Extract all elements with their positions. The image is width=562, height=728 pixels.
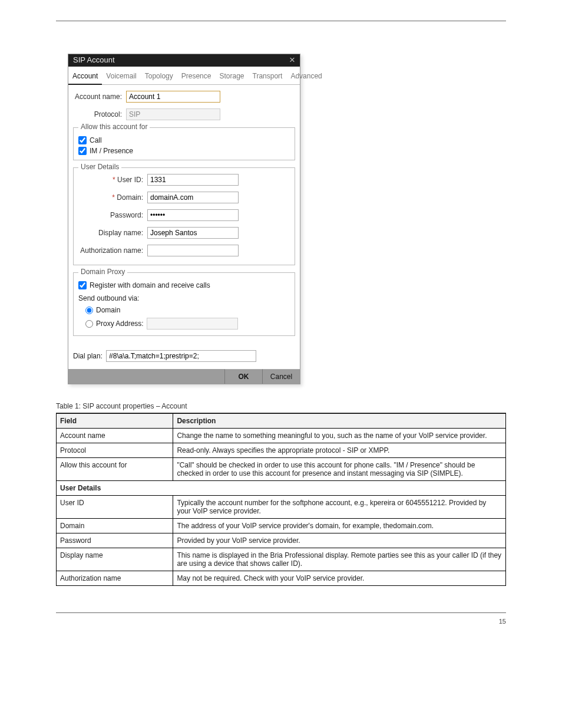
domain-proxy-fieldset: Domain Proxy Register with domain and re… [73, 272, 295, 336]
col-field: Field [57, 414, 173, 429]
table-header-row: Field Description [57, 414, 506, 429]
dialog-buttonbar: OK Cancel [68, 369, 300, 384]
user-details-legend: User Details [78, 163, 121, 171]
dialplan-label: Dial plan: [73, 352, 103, 360]
tab-voicemail[interactable]: Voicemail [102, 70, 140, 84]
user-id-input[interactable] [147, 174, 239, 186]
table-row: Display nameThis name is displayed in th… [57, 548, 506, 571]
domain-input[interactable] [147, 192, 239, 203]
page-number: 15 [499, 618, 506, 625]
dialog-titlebar: SIP Account × [68, 54, 300, 67]
outbound-domain-radio[interactable] [85, 307, 93, 314]
register-checkbox[interactable] [78, 281, 87, 289]
send-outbound-label: Send outbound via: [78, 294, 139, 302]
account-name-label: Account name: [73, 93, 122, 101]
protocol-input [126, 108, 220, 120]
outbound-domain-label: Domain [96, 306, 120, 314]
allow-call-label: Call [90, 136, 102, 144]
allow-account-fieldset: Allow this account for Call IM / Presenc… [73, 127, 295, 160]
ok-button[interactable]: OK [224, 369, 262, 384]
auth-name-label: Authorization name: [78, 246, 143, 255]
dialplan-input[interactable] [106, 350, 256, 362]
register-label: Register with domain and receive calls [90, 281, 210, 289]
user-details-fieldset: User Details * User ID: * Domain: Passwo… [73, 167, 295, 265]
table-row: ProtocolRead-only. Always specifies the … [57, 443, 506, 458]
domain-proxy-legend: Domain Proxy [78, 268, 127, 276]
tab-presence[interactable]: Presence [177, 70, 216, 84]
dialog-tabs: Account Voicemail Topology Presence Stor… [68, 67, 300, 85]
tab-account[interactable]: Account [68, 70, 102, 85]
allow-im-checkbox[interactable] [78, 147, 87, 155]
table-row: Account nameChange the name to something… [57, 429, 506, 443]
cancel-button[interactable]: Cancel [262, 369, 300, 384]
table-row: Allow this account for"Call" should be c… [57, 458, 506, 481]
sip-account-dialog: SIP Account × Account Voicemail Topology… [68, 54, 300, 384]
outbound-proxy-label: Proxy Address: [96, 319, 144, 328]
dialog-title: SIP Account [73, 55, 115, 64]
page-top-rule [56, 21, 506, 21]
tab-topology[interactable]: Topology [141, 70, 177, 84]
table-section-row: User Details [57, 481, 506, 496]
account-name-input[interactable] [126, 91, 220, 103]
domain-label: * Domain: [78, 193, 143, 202]
table-row: Authorization nameMay not be required. C… [57, 571, 506, 586]
proxy-address-input[interactable] [147, 318, 238, 330]
tab-transport[interactable]: Transport [249, 70, 287, 84]
table-caption: Table 1: SIP account properties – Accoun… [56, 402, 506, 410]
table-row: DomainThe address of your VoIP service p… [57, 519, 506, 533]
properties-table: Field Description Account nameChange the… [56, 413, 506, 586]
col-description: Description [173, 414, 506, 429]
allow-account-legend: Allow this account for [78, 123, 150, 131]
page-bottom-rule [56, 612, 506, 613]
auth-name-input[interactable] [147, 245, 239, 256]
protocol-label: Protocol: [73, 110, 122, 118]
user-id-label: * User ID: [78, 176, 143, 184]
close-icon[interactable]: × [289, 55, 295, 65]
tab-storage[interactable]: Storage [215, 70, 248, 84]
table-row: PasswordProvided by your VoIP service pr… [57, 533, 506, 548]
allow-im-label: IM / Presence [90, 147, 133, 155]
outbound-proxy-radio[interactable] [85, 320, 93, 328]
table-row: User IDTypically the account number for … [57, 496, 506, 519]
display-name-input[interactable] [147, 227, 239, 239]
display-name-label: Display name: [78, 229, 143, 237]
password-label: Password: [78, 211, 143, 219]
tab-advanced[interactable]: Advanced [286, 70, 326, 84]
password-input[interactable] [147, 209, 239, 221]
allow-call-checkbox[interactable] [78, 136, 87, 144]
